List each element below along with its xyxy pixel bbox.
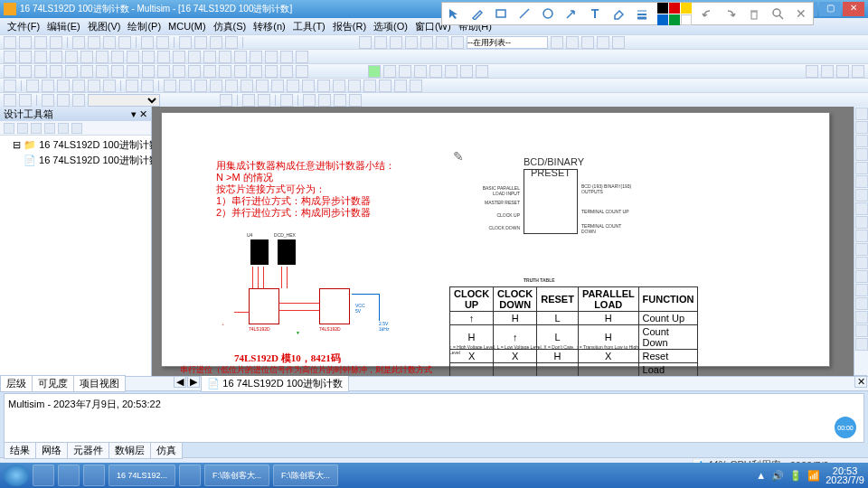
tab-nav-prev[interactable]: ◀ xyxy=(174,375,186,388)
taskbar-folder-1[interactable]: F:\陈创客大... xyxy=(204,465,269,486)
line-icon[interactable] xyxy=(516,5,533,22)
instrument-button[interactable] xyxy=(855,162,868,174)
instrument-button[interactable] xyxy=(855,202,868,215)
toolbar-button[interactable] xyxy=(4,80,16,92)
toolbar-button[interactable] xyxy=(334,94,346,107)
toolbar-button[interactable] xyxy=(157,51,170,63)
tab-hierarchy[interactable]: 层级 xyxy=(0,375,33,392)
toolbar-button[interactable] xyxy=(445,65,458,78)
tray-icon[interactable]: 📶 xyxy=(807,470,820,482)
toolbar-button[interactable] xyxy=(96,65,108,78)
toolbar-button[interactable] xyxy=(241,80,253,92)
toolbar-button[interactable] xyxy=(4,65,16,78)
zoom-button[interactable] xyxy=(806,65,818,78)
zoom-button[interactable] xyxy=(821,65,834,78)
toolbar-button[interactable] xyxy=(96,51,108,63)
toolbar-button[interactable] xyxy=(42,80,54,92)
toolbar-button[interactable] xyxy=(72,94,85,107)
color-swatches[interactable] xyxy=(657,3,692,25)
toolbar-button[interactable] xyxy=(156,36,169,49)
toolbar-button[interactable] xyxy=(225,80,238,92)
toolbar-button[interactable] xyxy=(410,80,422,92)
panel-button[interactable] xyxy=(58,123,69,134)
toolbar-button[interactable] xyxy=(210,80,222,92)
instrument-button[interactable] xyxy=(855,148,868,161)
tray-icon[interactable]: 🔋 xyxy=(789,470,802,482)
toolbar-button[interactable] xyxy=(551,36,563,49)
toolbar-button[interactable] xyxy=(72,80,85,92)
instrument-button[interactable] xyxy=(855,175,868,188)
close-toolbar-icon[interactable]: ✕ xyxy=(793,5,809,22)
toolbar-button[interactable] xyxy=(379,80,392,92)
toolbar-button[interactable] xyxy=(34,51,47,63)
toolbar-button[interactable] xyxy=(225,36,238,49)
toolbar-button[interactable] xyxy=(234,51,247,63)
toolbar-button[interactable] xyxy=(280,51,293,63)
toolbar-button[interactable] xyxy=(57,94,70,107)
tab-close[interactable]: ✕ xyxy=(854,375,867,388)
close-button[interactable]: ✕ xyxy=(843,2,864,16)
search-icon[interactable] xyxy=(769,5,786,22)
panel-button[interactable] xyxy=(4,123,14,134)
toolbar-button[interactable] xyxy=(19,36,32,49)
tab-simulation[interactable]: 仿真 xyxy=(150,442,183,459)
toolbar-button[interactable] xyxy=(19,94,32,107)
toolbar-button[interactable] xyxy=(420,36,433,49)
toolbar-button[interactable] xyxy=(127,65,139,78)
start-button[interactable] xyxy=(4,465,29,486)
menu-transfer[interactable]: 转移(n) xyxy=(250,20,288,33)
toolbar-button[interactable] xyxy=(258,94,270,107)
toolbar-button[interactable] xyxy=(42,94,54,107)
panel-button[interactable] xyxy=(31,123,42,134)
menu-options[interactable]: 选项(O) xyxy=(370,20,411,33)
document-tab[interactable]: 📄 16 74LS192D 100进制计数 xyxy=(201,375,349,392)
toolbar-button[interactable] xyxy=(476,65,488,78)
toolbar-button[interactable] xyxy=(219,65,231,78)
tray-icon[interactable]: 🔊 xyxy=(771,470,784,482)
zoom-button[interactable] xyxy=(852,65,864,78)
maximize-button[interactable]: ▢ xyxy=(819,2,841,16)
toolbar-button[interactable] xyxy=(118,36,131,49)
toolbar-button[interactable] xyxy=(34,65,47,78)
rect-icon[interactable] xyxy=(493,5,509,22)
instrument-button[interactable] xyxy=(855,230,868,242)
toolbar-button[interactable] xyxy=(265,65,278,78)
toolbar-button[interactable] xyxy=(250,65,262,78)
run-button[interactable] xyxy=(368,65,381,78)
menu-tools[interactable]: 工具(T) xyxy=(289,20,329,33)
toolbar-button[interactable] xyxy=(19,65,32,78)
toolbar-button[interactable] xyxy=(390,36,402,49)
taskbar-item[interactable] xyxy=(179,465,201,486)
toolbar-button[interactable] xyxy=(88,36,100,49)
arrow-icon[interactable] xyxy=(563,5,580,22)
toolbar-button[interactable] xyxy=(194,36,207,49)
toolbar-button[interactable] xyxy=(4,36,16,49)
toolbar-button[interactable] xyxy=(111,65,124,78)
toolbar-button[interactable] xyxy=(72,36,85,49)
output-textarea[interactable]: Multisim - 2023年7月9日, 20:53:22 00:00 xyxy=(4,393,864,443)
toolbar-button[interactable] xyxy=(210,36,222,49)
toolbar-button[interactable] xyxy=(126,80,138,92)
toolbar-button[interactable] xyxy=(142,51,155,63)
toolbar-button[interactable] xyxy=(19,51,32,63)
toolbar-button[interactable] xyxy=(394,80,407,92)
toolbar-button[interactable] xyxy=(302,80,315,92)
tray-icon[interactable]: ▲ xyxy=(756,470,766,481)
tree-root[interactable]: ⊟ 📁 16 74LS192D 100进制计数 xyxy=(2,137,149,153)
instrument-button[interactable] xyxy=(855,135,868,147)
toolbar-button[interactable] xyxy=(363,80,376,92)
toolbar-button[interactable] xyxy=(318,94,331,107)
toolbar-button[interactable] xyxy=(141,80,154,92)
tab-nav-next[interactable]: ▶ xyxy=(187,375,200,388)
toolbar-button[interactable] xyxy=(348,80,361,92)
toolbar-button[interactable] xyxy=(88,80,100,92)
toolbar-button[interactable] xyxy=(566,36,579,49)
toolbar-button[interactable] xyxy=(271,80,284,92)
menu-file[interactable]: 文件(F) xyxy=(4,20,43,33)
toolbar-button[interactable] xyxy=(80,51,93,63)
toolbar-button[interactable] xyxy=(296,51,308,63)
toolbar-button[interactable] xyxy=(265,51,278,63)
circle-icon[interactable] xyxy=(540,5,556,22)
toolbar-button[interactable] xyxy=(219,51,231,63)
toolbar-combo[interactable] xyxy=(88,94,160,107)
